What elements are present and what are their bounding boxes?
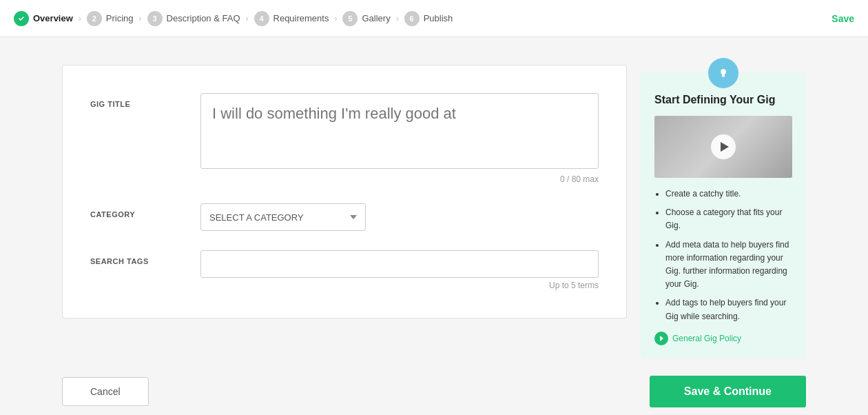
tip-2: Choose a category that fits your Gig. <box>665 206 792 232</box>
step-pricing-label: Pricing <box>106 13 134 23</box>
category-row: CATEGORY SELECT A CATEGORY <box>90 203 599 231</box>
breadcrumb-steps: Overview › 2 Pricing › 3 Description & F… <box>14 11 453 26</box>
sidebar-title: Start Defining Your Gig <box>654 94 792 106</box>
save-continue-button[interactable]: Save & Continue <box>650 376 806 407</box>
gig-title-input[interactable] <box>200 93 599 169</box>
arrow-3: › <box>246 14 249 23</box>
step-description[interactable]: 3 Description & FAQ <box>147 11 240 26</box>
step-requirements-label: Requirements <box>273 13 329 23</box>
step-description-label: Description & FAQ <box>167 13 240 23</box>
step-gallery-label: Gallery <box>362 13 390 23</box>
search-tags-label: SEARCH TAGS <box>90 250 200 290</box>
save-link[interactable]: Save <box>831 13 854 24</box>
top-navigation: Overview › 2 Pricing › 3 Description & F… <box>0 0 868 37</box>
step-publish-label: Publish <box>424 13 453 23</box>
category-label: CATEGORY <box>90 203 200 231</box>
category-select[interactable]: SELECT A CATEGORY <box>200 203 366 231</box>
general-policy-link[interactable]: General Gig Policy <box>654 332 792 345</box>
play-button[interactable] <box>711 134 736 159</box>
arrow-1: › <box>79 14 81 23</box>
tip-4: Add tags to help buyers find your Gig wh… <box>665 296 792 323</box>
char-count: 0 / 80 max <box>200 174 599 184</box>
sidebar-help-panel: Start Defining Your Gig Create a catchy … <box>641 72 806 359</box>
arrow-2: › <box>139 14 142 23</box>
lightbulb-icon <box>708 58 738 88</box>
gig-title-field: 0 / 80 max <box>200 93 599 184</box>
step-requirements[interactable]: 4 Requirements <box>254 11 329 26</box>
step-overview-label: Overview <box>33 13 73 23</box>
sidebar-tips: Create a catchy title. Choose a category… <box>654 188 792 323</box>
arrow-4: › <box>334 14 337 23</box>
step-gallery[interactable]: 5 Gallery <box>342 11 390 26</box>
step-publish-num: 6 <box>404 11 420 26</box>
policy-label: General Gig Policy <box>672 334 741 343</box>
step-description-num: 3 <box>147 11 163 26</box>
arrow-5: › <box>396 14 399 23</box>
gig-title-row: GIG TITLE 0 / 80 max <box>90 93 599 184</box>
step-publish[interactable]: 6 Publish <box>404 11 453 26</box>
search-tags-input[interactable] <box>200 250 599 278</box>
search-tags-row: SEARCH TAGS Up to 5 terms <box>90 250 599 290</box>
policy-icon <box>654 332 668 345</box>
tags-hint: Up to 5 terms <box>200 281 599 290</box>
search-tags-field: Up to 5 terms <box>200 250 599 290</box>
gig-title-label: GIG TITLE <box>90 93 200 184</box>
step-overview[interactable]: Overview <box>14 11 73 26</box>
tip-3: Add meta data to help buyers find more i… <box>665 239 792 292</box>
step-gallery-num: 5 <box>342 11 358 26</box>
svg-marker-3 <box>660 336 663 341</box>
cancel-button[interactable]: Cancel <box>62 377 149 406</box>
video-thumbnail[interactable] <box>654 116 792 178</box>
step-requirements-num: 4 <box>254 11 269 26</box>
category-field: SELECT A CATEGORY <box>200 203 599 231</box>
svg-rect-2 <box>722 76 725 77</box>
gig-form-card: GIG TITLE 0 / 80 max CATEGORY SELECT A C… <box>62 65 627 318</box>
step-pricing[interactable]: 2 Pricing <box>87 11 134 26</box>
tip-1: Create a catchy title. <box>665 188 792 201</box>
step-pricing-num: 2 <box>87 11 102 26</box>
